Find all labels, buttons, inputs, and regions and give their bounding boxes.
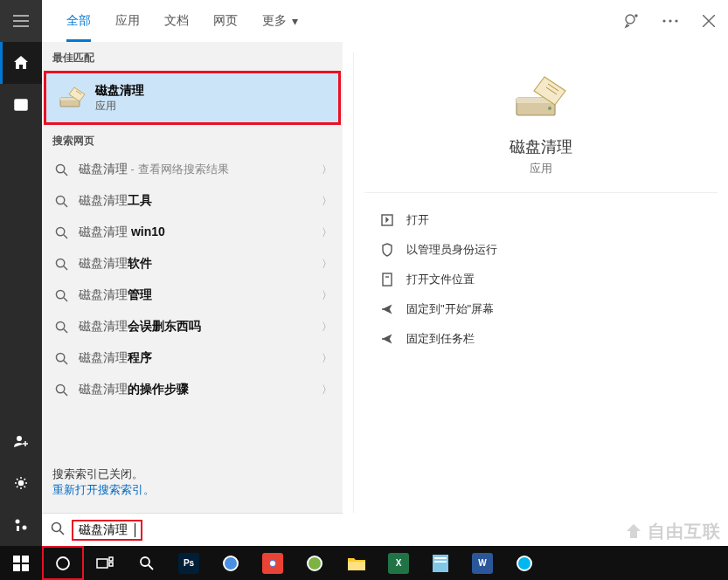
web-suggestion-7[interactable]: 磁盘清理的操作步骤 〉	[42, 374, 343, 405]
menu-button[interactable]	[0, 0, 42, 42]
search-icon	[52, 321, 70, 334]
search-icon	[52, 195, 70, 208]
svg-point-52	[57, 557, 69, 570]
detail-panel: 磁盘清理 应用 打开以管理员身份运行打开文件位置固定到"开始"屏幕固定到任务栏	[353, 52, 728, 513]
svg-point-30	[56, 290, 64, 298]
svg-point-36	[56, 384, 64, 392]
windows-icon	[13, 556, 29, 571]
detail-header: 磁盘清理 应用	[364, 52, 718, 193]
action-item-3[interactable]: 固定到"开始"屏幕	[361, 294, 721, 324]
action-icon	[377, 332, 398, 346]
hamburger-icon	[13, 15, 29, 27]
feedback-button[interactable]	[613, 0, 651, 42]
svg-rect-55	[109, 563, 113, 566]
tab-all[interactable]: 全部	[54, 0, 103, 42]
task-view-icon	[96, 556, 114, 570]
taskbar-app-excel[interactable]: X	[378, 546, 419, 580]
svg-rect-48	[13, 556, 20, 563]
svg-point-17	[16, 520, 20, 524]
recent-icon	[13, 97, 29, 113]
svg-rect-54	[109, 557, 113, 561]
taskbar-app-qq-browser[interactable]	[503, 546, 545, 580]
web-suggestion-5[interactable]: 磁盘清理会误删东西吗 〉	[42, 311, 343, 342]
action-label: 固定到"开始"屏幕	[406, 301, 494, 317]
taskbar-app-browser1[interactable]	[210, 546, 252, 580]
qq-browser-icon	[514, 553, 535, 574]
web-suggestion-1[interactable]: 磁盘清理工具 〉	[42, 185, 343, 217]
svg-point-61	[270, 561, 275, 566]
svg-line-33	[63, 328, 66, 332]
svg-rect-66	[434, 561, 447, 563]
action-item-2[interactable]: 打开文件位置	[361, 265, 721, 294]
action-icon	[377, 213, 398, 227]
svg-line-57	[149, 565, 153, 570]
action-label: 打开文件位置	[406, 272, 475, 287]
action-label: 固定到任务栏	[406, 331, 475, 347]
search-input[interactable]	[79, 523, 135, 537]
search-icon	[52, 258, 70, 271]
rail-settings[interactable]	[0, 462, 42, 504]
detail-title: 磁盘清理	[364, 136, 718, 157]
index-notice: 搜索索引已关闭。 重新打开搜索索引。	[42, 458, 343, 507]
web-suggestion-0[interactable]: 磁盘清理 - 查看网络搜索结果 〉	[42, 154, 343, 185]
svg-rect-65	[434, 557, 447, 559]
detail-subtitle: 应用	[364, 161, 718, 176]
svg-point-24	[56, 196, 64, 204]
taskbar-app-word[interactable]: W	[461, 546, 503, 580]
svg-rect-1	[13, 20, 29, 22]
magnifier-button[interactable]	[126, 546, 168, 580]
best-match-item[interactable]: 磁盘清理 应用	[44, 71, 341, 125]
suggestion-text: 磁盘清理软件	[79, 256, 322, 272]
task-view-button[interactable]	[84, 546, 126, 580]
best-match-header: 最佳匹配	[42, 42, 343, 71]
watermark: 自由互联	[621, 519, 721, 543]
index-reopen-link[interactable]: 重新打开搜索索引。	[52, 482, 332, 498]
web-suggestion-4[interactable]: 磁盘清理管理 〉	[42, 280, 343, 311]
detail-actions: 打开以管理员身份运行打开文件位置固定到"开始"屏幕固定到任务栏	[354, 193, 728, 366]
suggestion-text: 磁盘清理会误删东西吗	[79, 319, 322, 335]
tab-apps[interactable]: 应用	[103, 0, 152, 42]
rail-recent[interactable]	[0, 84, 42, 126]
chevron-right-icon: 〉	[322, 162, 332, 177]
taskbar-app-photoshop[interactable]: Ps	[168, 546, 210, 580]
svg-rect-63	[348, 562, 365, 570]
word-icon: W	[472, 553, 493, 574]
action-item-1[interactable]: 以管理员身份运行	[361, 235, 721, 265]
taskbar-app-chrome[interactable]	[252, 546, 294, 580]
best-match-title: 磁盘清理	[95, 83, 144, 99]
svg-line-31	[63, 297, 66, 300]
svg-point-22	[56, 164, 64, 172]
suggestion-text: 磁盘清理 win10	[79, 224, 322, 240]
search-icon	[52, 289, 70, 302]
close-button[interactable]	[690, 0, 728, 42]
browser1-icon	[220, 553, 241, 574]
web-suggestion-6[interactable]: 磁盘清理程序 〉	[42, 342, 343, 374]
taskbar: PsXW	[0, 546, 728, 580]
tab-web[interactable]: 网页	[201, 0, 250, 42]
tab-more[interactable]: 更多▾	[250, 0, 310, 42]
svg-line-23	[63, 171, 66, 175]
suggestion-text: 磁盘清理的操作步骤	[79, 382, 322, 397]
taskbar-app-browser2[interactable]	[294, 546, 336, 580]
svg-point-18	[23, 526, 27, 530]
explorer-icon	[346, 553, 367, 574]
rail-add-user[interactable]	[0, 420, 42, 462]
rail-home[interactable]	[0, 42, 42, 84]
tab-docs[interactable]: 文档	[152, 0, 201, 42]
start-button[interactable]	[0, 546, 42, 580]
svg-point-56	[141, 557, 149, 566]
search-button[interactable]	[42, 546, 84, 580]
taskbar-app-explorer[interactable]	[336, 546, 378, 580]
action-item-0[interactable]: 打开	[361, 205, 721, 235]
taskbar-app-notepad[interactable]	[419, 546, 461, 580]
svg-rect-19	[17, 526, 19, 531]
web-suggestion-2[interactable]: 磁盘清理 win10 〉	[42, 217, 343, 248]
action-item-4[interactable]: 固定到任务栏	[361, 324, 721, 354]
cortana-icon	[55, 556, 71, 571]
more-options-button[interactable]	[651, 0, 690, 42]
rail-share[interactable]	[0, 504, 42, 546]
web-suggestion-3[interactable]: 磁盘清理软件 〉	[42, 248, 343, 280]
search-icon	[52, 226, 70, 239]
svg-rect-10	[15, 100, 27, 110]
chevron-right-icon: 〉	[322, 257, 332, 272]
